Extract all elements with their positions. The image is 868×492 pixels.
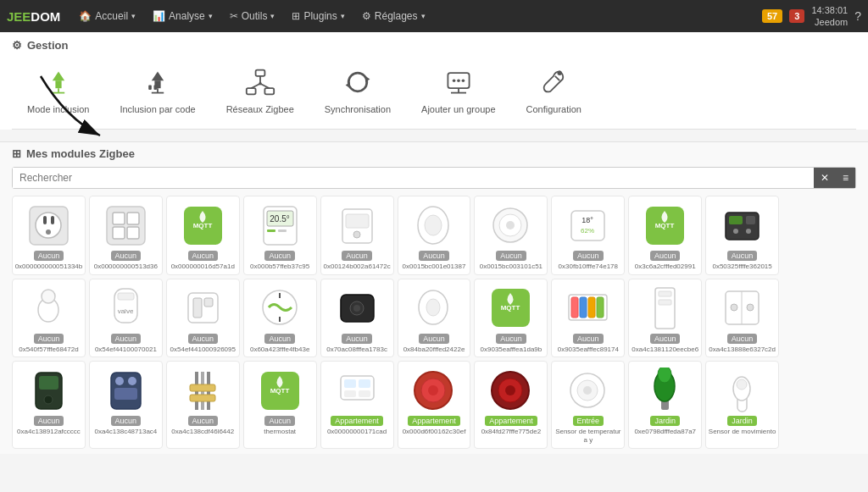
module-label: Aucun (573, 251, 604, 261)
module-item[interactable]: Appartement 0x000d6f00162c30ef (398, 361, 471, 448)
module-item[interactable]: Aucun 0x000000000513d36 (89, 196, 163, 275)
clear-button[interactable]: ✕ (814, 168, 836, 188)
module-item[interactable]: Aucun 0x70ac08fffea1783c (320, 279, 394, 358)
module-item[interactable]: Aucun 0xa4c138912afccccc (12, 361, 86, 448)
module-label: Aucun (419, 334, 449, 344)
module-item[interactable]: Jardin 0xe0798dfffeda87a7 (628, 361, 702, 448)
svg-rect-60 (729, 216, 743, 224)
nav-outils[interactable]: ✂ Outils ▾ (223, 0, 282, 32)
svg-point-33 (46, 229, 51, 235)
svg-point-79 (426, 299, 440, 316)
module-item[interactable]: MQTT Aucun thermostat (243, 361, 317, 448)
svg-rect-67 (118, 293, 134, 300)
module-label: Aucun (188, 251, 219, 261)
module-item[interactable]: Aucun 0x00124b002a61472c (320, 196, 394, 275)
btn-ajouter-groupe[interactable]: Ajouter un groupe (406, 60, 510, 120)
module-image (96, 200, 155, 251)
svg-rect-14 (264, 88, 274, 94)
badge-notifications[interactable]: 57 (762, 9, 782, 23)
svg-rect-84 (580, 297, 587, 318)
module-item[interactable]: Aucun 0x0015bc003101c51 (474, 196, 548, 275)
module-label: Aucun (496, 334, 526, 344)
module-label: Aucun (573, 334, 604, 344)
nav-plugins[interactable]: ⊞ Plugins ▾ (285, 0, 351, 32)
modules-grid: Aucun 0x000000000051334b Aucun 0x0000000… (12, 196, 856, 448)
module-id: 0x000000016d57a1d (171, 263, 235, 271)
nav-time: 14:38:01 Jeedom (811, 4, 848, 29)
module-label: Aucun (111, 416, 142, 426)
brand-logo: JEEDOM (7, 9, 60, 24)
filter-button[interactable]: ≡ (836, 168, 855, 188)
nav-analyse[interactable]: 📊 Analyse ▾ (146, 0, 220, 32)
svg-point-63 (746, 229, 751, 234)
module-id: 0x0015bc003101c51 (480, 263, 542, 271)
module-id: 0x50325ffffe362015 (712, 263, 771, 271)
module-item[interactable]: valve Aucun 0x54ef44100070021 (89, 279, 163, 358)
module-item[interactable]: 20.5° Aucun 0x000b57ffeb37c95 (243, 196, 317, 275)
module-item[interactable]: Aucun 0x9035eafffec89174 (551, 279, 625, 358)
module-item[interactable]: Aucun 0x54ef441000926095 (166, 279, 240, 358)
module-item[interactable]: 18° 62% Aucun 0x30fb10fffe74e178 (551, 196, 625, 275)
search-input[interactable] (13, 168, 814, 188)
svg-rect-88 (659, 291, 671, 296)
module-item[interactable]: Jardin Sensor de movimiento (705, 361, 779, 448)
module-item[interactable]: Aucun 0x50325ffffe362015 (705, 196, 779, 275)
svg-rect-95 (39, 376, 58, 390)
module-label: Aucun (264, 416, 295, 426)
module-item[interactable]: Aucun 0xa4c138c48713ac4 (89, 361, 163, 448)
module-item[interactable]: Aucun 0x0015bc001e01387 (398, 196, 471, 275)
search-bar[interactable]: ✕ ≡ (12, 167, 856, 189)
svg-rect-38 (127, 227, 139, 239)
svg-point-65 (42, 290, 55, 303)
module-item[interactable]: Aucun 0x84ba20fffed2422e (398, 279, 471, 358)
btn-synchronisation[interactable]: Synchronisation (309, 60, 406, 120)
svg-rect-34 (107, 207, 145, 245)
module-item[interactable]: Appartement 0x84fd27fffe775de2 (474, 361, 548, 448)
svg-rect-32 (51, 216, 54, 224)
btn-inclusion-par-code[interactable]: Inclusion par code (104, 60, 210, 120)
svg-line-27 (555, 76, 559, 80)
module-image (636, 283, 695, 334)
module-id: 0x30fb10fffe74e178 (559, 263, 618, 271)
module-item[interactable]: Aucun 0xa4c13888e6327c2d (705, 279, 779, 358)
module-item[interactable]: MQTT Aucun 0x000000016d57a1d (166, 196, 240, 275)
svg-rect-2 (55, 80, 61, 88)
svg-text:MQTT: MQTT (270, 387, 289, 395)
svg-point-96 (44, 395, 53, 404)
svg-rect-105 (190, 395, 215, 401)
module-item[interactable]: Aucun 0x000000000051334b (12, 196, 86, 275)
gear-icon: ⚙ (362, 10, 371, 22)
btn-reseaux-zigbee[interactable]: Réseaux Zigbee (211, 60, 309, 120)
module-item[interactable]: Aucun 0x540f57fffe68472d (12, 279, 86, 358)
svg-point-77 (353, 305, 360, 312)
nav-reglages[interactable]: ⚙ Réglages ▾ (355, 0, 432, 32)
module-image: 18° 62% (559, 200, 618, 251)
help-icon[interactable]: ? (854, 9, 861, 23)
svg-rect-36 (127, 213, 139, 224)
modules-title: ⊞ Mes modules Zigbee (12, 147, 856, 160)
module-id: 0xa4c1381120eecbe6 (632, 346, 698, 354)
module-label: Jardin (727, 416, 757, 426)
svg-point-18 (259, 82, 262, 86)
nav-accueil[interactable]: 🏠 Accueil ▾ (72, 0, 142, 32)
btn-mode-inclusion[interactable]: Mode inclusion (12, 60, 104, 120)
module-item[interactable]: MQTT Aucun 0x3c6a2cfffed02991 (628, 196, 702, 275)
module-item[interactable]: Entrée Sensor de temperatura y (551, 361, 625, 448)
badge-alerts[interactable]: 3 (789, 9, 804, 23)
toolbar: Mode inclusion Inclusion par code (12, 60, 856, 130)
module-item[interactable]: Aucun 0x60a423fffe4fb43e (243, 279, 317, 358)
network-icon (243, 65, 277, 99)
module-item[interactable]: Appartement 0x00000000171cad (320, 361, 394, 448)
svg-rect-85 (588, 297, 595, 318)
module-id: 0x00000000171cad (327, 428, 387, 436)
module-image (19, 200, 78, 251)
module-item[interactable]: MQTT Aucun 0x9035eafffea1da9b (474, 279, 548, 358)
module-id: 0x70ac08fffea1783c (326, 346, 387, 354)
module-item[interactable]: Aucun 0xa4c138cdf46l6442 (166, 361, 240, 448)
sync-icon (341, 65, 375, 99)
module-image (713, 283, 772, 334)
module-image (327, 365, 387, 416)
module-item[interactable]: Aucun 0xa4c1381120eecbe6 (628, 279, 702, 358)
module-image: 20.5° (250, 200, 309, 251)
btn-configuration[interactable]: Configuration (511, 60, 597, 120)
